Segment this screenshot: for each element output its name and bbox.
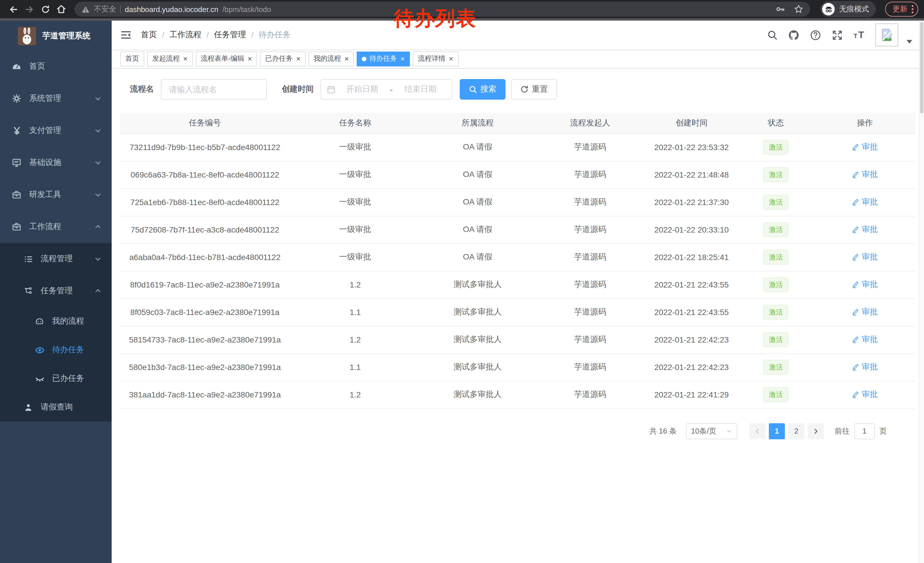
approve-button[interactable]: 审批 [852,307,878,317]
gear-icon [12,94,22,103]
close-icon[interactable]: × [345,55,349,62]
app-logo-row[interactable]: 芋道管理系统 [0,22,112,50]
approve-button[interactable]: 审批 [852,170,878,180]
scrollbar-thumb[interactable] [920,22,923,113]
sidebar-collapse-button[interactable] [120,29,132,41]
github-icon [788,30,799,41]
sidebar-item-devtools[interactable]: 研发工具 [0,179,112,211]
starter-cell: 芋道源码 [534,299,646,326]
bookmark-star-icon[interactable] [794,5,803,14]
sidebar-item-done-tasks[interactable]: 已办任务 [0,364,112,393]
process-cell: 测试多审批人 [421,271,534,299]
update-label: 更新 [892,4,908,14]
close-icon[interactable]: × [400,55,405,62]
github-link[interactable] [788,30,799,41]
help-button[interactable] [810,30,821,41]
user-avatar[interactable] [875,24,898,47]
tab-my-process[interactable]: 我的流程× [309,51,354,66]
starter-cell: 芋道源码 [534,243,646,271]
close-icon[interactable]: × [183,55,188,62]
approve-button[interactable]: 审批 [852,389,878,400]
start-date-placeholder: 开始日期 [337,84,388,95]
sidebar-item-infra[interactable]: 基础设施 [0,147,112,179]
date-range-picker[interactable]: 开始日期 - 结束日期 [321,79,452,100]
close-icon[interactable]: × [449,55,453,62]
edit-pen-icon [852,144,860,151]
approve-button[interactable]: 审批 [852,362,878,372]
search-button[interactable]: 搜索 [460,79,506,100]
table-row: 58154733-7ac8-11ec-a9e2-a2380e71991a 1.2… [120,326,915,353]
sidebar-item-system[interactable]: 系统管理 [0,83,112,114]
tab-done-tasks[interactable]: 已办任务× [260,51,305,66]
page-button-2[interactable]: 2 [788,423,804,439]
sidebar-item-my-process[interactable]: 我的流程 [0,307,112,336]
approve-button[interactable]: 审批 [852,197,878,207]
page-size-select[interactable]: 10条/页 [686,423,737,439]
tab-form-edit[interactable]: 流程表单-编辑× [195,51,257,66]
sidebar-item-leave-query[interactable]: 请假查询 [0,393,112,422]
browser-menu-dots-icon[interactable] [911,5,914,14]
user-menu-caret[interactable] [906,39,912,44]
approve-button[interactable]: 审批 [852,142,878,152]
browser-home-button[interactable] [54,2,69,17]
browser-back-button[interactable] [6,2,21,17]
breadcrumb-task-mgmt[interactable]: 任务管理 [214,30,246,40]
sidebar-item-process-mgmt[interactable]: 流程管理 [0,243,112,275]
approve-button[interactable]: 审批 [852,335,878,345]
forward-arrow-icon [24,4,34,14]
col-starter: 流程发起人 [534,113,646,134]
breadcrumb-home[interactable]: 首页 [141,30,157,40]
edit-pen-icon [852,281,860,288]
flow-icon [23,287,33,295]
status-badge: 激活 [763,277,788,292]
close-icon[interactable]: × [296,55,300,62]
eye-icon [34,345,45,355]
process-name-input[interactable] [161,79,267,100]
sidebar: 芋道管理系统 首页 系统管理 支付管理 基础设施 [0,21,112,563]
sidebar-item-todo-tasks[interactable]: 待办任务 [0,336,112,364]
page-scrollbar[interactable] [919,21,924,563]
starter-cell: 芋道源码 [534,271,646,299]
prev-page-button[interactable] [749,423,765,439]
browser-reload-button[interactable] [38,2,52,17]
password-key-icon[interactable] [776,5,785,14]
font-size-button[interactable]: TT [854,30,866,40]
breadcrumb-current: 待办任务 [258,30,291,40]
header-search-button[interactable] [767,30,777,40]
broken-image-icon [880,28,894,42]
col-task-id: 任务编号 [120,113,290,134]
refresh-icon [520,86,528,93]
sidebar-item-workflow[interactable]: 工作流程 [0,211,112,243]
breadcrumb-workflow[interactable]: 工作流程 [170,30,201,40]
approve-button[interactable]: 审批 [852,252,878,262]
starter-cell: 芋道源码 [534,326,646,353]
sidebar-item-home[interactable]: 首页 [0,50,112,83]
tab-process-detail[interactable]: 流程详情× [413,51,458,66]
goto-page-input[interactable] [854,423,875,439]
tab-home[interactable]: 首页 [120,51,144,66]
browser-update-button[interactable]: 更新 [885,2,918,17]
task-name-cell: 一级审批 [290,188,421,216]
next-page-button[interactable] [808,423,824,439]
approve-button[interactable]: 审批 [852,225,878,235]
reset-button[interactable]: 重置 [511,79,557,100]
breadcrumb-separator: / [251,30,254,39]
tab-todo-tasks[interactable]: 待办任务× [357,51,410,66]
tag-tabs-bar: 首页 发起流程× 流程表单-编辑× 已办任务× 我的流程× 待办任务× 流程详情… [112,49,924,69]
home-icon [56,4,66,14]
yuan-icon [12,126,22,135]
fullscreen-icon [832,30,843,41]
task-id-cell: 381aa1dd-7ac8-11ec-a9e2-a2380e71991a [120,381,290,408]
tab-start-process[interactable]: 发起流程× [147,51,193,66]
page-button-1[interactable]: 1 [769,423,785,439]
sidebar-item-payment[interactable]: 支付管理 [0,114,112,147]
starter-cell: 芋道源码 [534,353,646,381]
sidebar-item-task-mgmt[interactable]: 任务管理 [0,275,112,307]
chevron-down-icon [94,127,101,134]
close-icon[interactable]: × [248,55,252,62]
eye-closed-icon [34,374,45,383]
browser-forward-button[interactable] [22,2,37,17]
fullscreen-button[interactable] [832,30,843,41]
approve-button[interactable]: 审批 [852,279,878,290]
process-cell: OA 请假 [421,216,534,243]
